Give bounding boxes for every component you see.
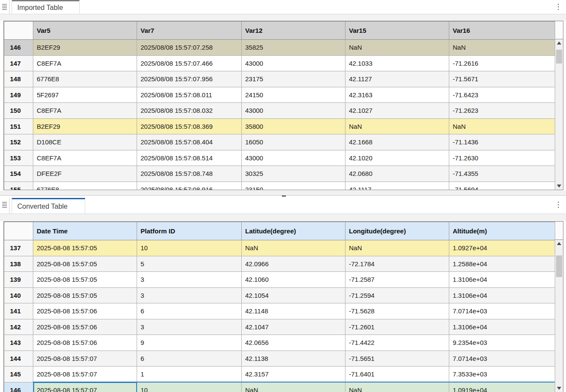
row-number[interactable]: 151 [4,118,33,134]
table-cell[interactable]: 10 [137,382,242,392]
row-number[interactable]: 147 [4,55,33,71]
table-cell[interactable]: -71.2594 [345,287,449,303]
table-cell[interactable]: 2025-08-08 15:57:05 [33,256,137,272]
table-cell[interactable]: -71.1436 [449,134,556,150]
row-number[interactable]: 141 [4,303,33,319]
table-cell[interactable]: NaN [345,382,449,392]
table-cell[interactable]: 2025-08-08 15:57:07 [33,367,137,382]
table-cell[interactable]: 2025/08/08 15:57:08.404 [137,134,242,150]
row-number[interactable]: 154 [4,166,33,182]
table-cell[interactable]: 42.1127 [345,71,449,87]
table-cell[interactable]: 23150 [242,182,345,190]
table-cell[interactable]: 2025/08/08 15:57:08.032 [137,103,242,119]
column-header[interactable]: Var7 [137,22,242,40]
table-cell[interactable]: NaN [345,118,449,134]
table-cell[interactable]: -71.6401 [345,367,449,382]
table-cell[interactable]: 23175 [242,71,345,87]
table-cell[interactable]: 7.3533e+03 [449,367,556,382]
table-cell[interactable]: -71.2616 [449,55,556,71]
table-cell[interactable]: 1.0927e+04 [449,240,556,256]
table-cell[interactable]: 2025-08-08 15:57:06 [33,335,137,351]
table-cell[interactable]: 42.1148 [242,303,345,319]
scroll-up-icon[interactable] [557,242,561,245]
table-cell[interactable]: 1.3106e+04 [449,319,556,335]
table-cell[interactable]: 42.1117 [345,182,449,190]
table-cell[interactable]: 42.1027 [345,103,449,119]
row-number[interactable]: 149 [4,87,33,103]
table-cell[interactable]: -71.5671 [449,71,556,87]
table-cell[interactable]: -71.4355 [449,166,556,182]
row-number[interactable]: 150 [4,103,33,119]
panel-splitter[interactable] [0,191,566,196]
table-cell[interactable]: C8EF7A [33,55,137,71]
table-cell[interactable]: 1.3106e+04 [449,287,556,303]
table-cell[interactable]: C8EF7A [33,150,137,166]
table-cell[interactable]: 2025-08-08 15:57:06 [33,319,137,335]
table-cell[interactable]: 42.3157 [242,367,345,382]
table-cell[interactable]: 42.1060 [242,272,345,288]
scroll-down-icon[interactable] [557,185,561,188]
row-number[interactable]: 137 [4,240,33,256]
table-cell[interactable]: 30325 [242,166,345,182]
row-number[interactable]: 145 [4,367,33,382]
table-cell[interactable]: 7.0714e+03 [449,351,556,367]
column-header[interactable]: Date Time [33,222,137,240]
table-cell[interactable]: 42.0656 [242,335,345,351]
column-header[interactable]: Var15 [345,22,449,40]
table-cell[interactable]: 2025-08-08 15:57:05 [33,240,137,256]
row-number[interactable]: 146 [4,40,33,56]
table-cell[interactable]: -71.2630 [449,150,556,166]
column-header[interactable]: Altitude(m) [449,222,556,240]
table-cell[interactable]: 2025/08/08 15:57:08.916 [137,182,242,190]
table-cell[interactable]: 24150 [242,87,345,103]
kebab-menu-icon[interactable]: ⋮ [554,200,563,210]
table-cell[interactable]: 3 [137,319,242,335]
table-cell[interactable]: 7.0714e+03 [449,303,556,319]
table-cell[interactable]: 9 [137,335,242,351]
table-cell[interactable]: 43000 [242,103,345,119]
table-cell[interactable]: 2025/08/08 15:57:07.258 [137,40,242,56]
table-cell[interactable]: -72.1784 [345,256,449,272]
row-number[interactable]: 148 [4,71,33,87]
row-number[interactable]: 153 [4,150,33,166]
table-cell[interactable]: 43000 [242,150,345,166]
column-header[interactable]: Latitude(degree) [242,222,345,240]
table-cell[interactable]: 2025/08/08 15:57:08.514 [137,150,242,166]
table-cell[interactable]: 1.2588e+04 [449,256,556,272]
table-cell[interactable]: 2025-08-08 15:57:05 [33,272,137,288]
table-cell[interactable]: 9.2354e+03 [449,335,556,351]
table-cell[interactable]: 42.1047 [242,319,345,335]
table-cell[interactable]: 3 [137,272,242,288]
table-cell[interactable]: -71.2623 [449,103,556,119]
scrollbar-thumb[interactable] [556,50,562,64]
panel-drag-handle-icon[interactable] [0,0,10,14]
table-cell[interactable]: NaN [345,240,449,256]
table-cell[interactable]: NaN [345,40,449,56]
table-cell[interactable]: 2025/08/08 15:57:08.011 [137,87,242,103]
table-cell[interactable]: 6 [137,303,242,319]
table-cell[interactable]: NaN [449,40,556,56]
table-cell[interactable]: 2025/08/08 15:57:07.956 [137,71,242,87]
table-cell[interactable]: 16050 [242,134,345,150]
tab-imported-table[interactable]: Imported Table [12,0,80,14]
table-cell[interactable]: B2EF29 [33,118,137,134]
table-cell[interactable]: 6 [137,351,242,367]
table-cell[interactable]: 10 [137,240,242,256]
table-cell[interactable]: 1 [137,367,242,382]
table-cell[interactable]: B2EF29 [33,40,137,56]
table-cell[interactable]: 42.1054 [242,287,345,303]
tab-converted-table[interactable]: Converted Table [12,198,85,214]
table-cell[interactable]: 6776E8 [33,182,137,190]
row-number[interactable]: 152 [4,134,33,150]
table-cell[interactable]: 42.1033 [345,55,449,71]
column-header[interactable]: Var12 [242,22,345,40]
table-cell[interactable]: 43000 [242,55,345,71]
kebab-menu-icon[interactable]: ⋮ [554,2,563,12]
table-cell[interactable]: 42.1020 [345,150,449,166]
table-cell[interactable]: NaN [242,382,345,392]
row-number[interactable]: 138 [4,256,33,272]
row-number[interactable]: 143 [4,335,33,351]
table-cell[interactable]: 3 [137,287,242,303]
table-cell[interactable]: 42.0966 [242,256,345,272]
table-cell[interactable]: 2025/08/08 15:57:08.748 [137,166,242,182]
